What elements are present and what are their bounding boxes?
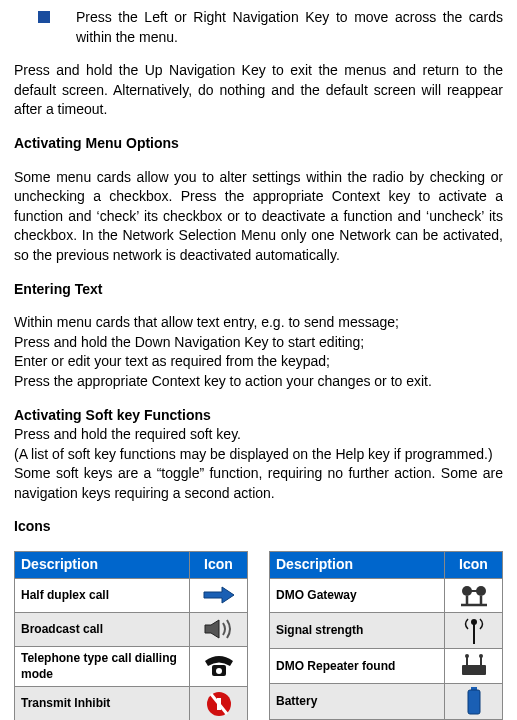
svg-point-12 — [479, 654, 483, 658]
paragraph-softkey-1: Press and hold the required soft key. — [14, 425, 503, 445]
svg-rect-14 — [468, 690, 480, 714]
heading-entering-text: Entering Text — [14, 280, 503, 300]
paragraph-softkey-2: (A list of soft key functions may be dis… — [14, 445, 503, 465]
icon-description: DMO Repeater found — [270, 649, 445, 684]
heading-softkey: Activating Soft key Functions — [14, 406, 503, 426]
bullet-icon — [38, 11, 50, 23]
svg-rect-10 — [462, 665, 486, 675]
telephone-icon — [190, 646, 248, 687]
antenna-icon — [445, 613, 503, 649]
paragraph-text-2: Press and hold the Down Navigation Key t… — [14, 333, 503, 353]
icon-description: Battery — [270, 683, 445, 719]
heading-activating-menu: Activating Menu Options — [14, 134, 503, 154]
icon-description: Transmit Inhibit — [15, 687, 190, 720]
paragraph-text-4: Press the appropriate Context key to act… — [14, 372, 503, 392]
no-transmit-icon — [190, 687, 248, 720]
table-row: Broadcast call — [15, 612, 248, 646]
battery-icon — [445, 683, 503, 719]
col-description: Description — [270, 552, 445, 579]
svg-point-11 — [465, 654, 469, 658]
col-icon: Icon — [445, 552, 503, 579]
icons-table-right: Description Icon DMO GatewaySignal stren… — [269, 551, 503, 720]
bullet-text: Press the Left or Right Navigation Key t… — [76, 8, 503, 47]
repeater-icon — [445, 649, 503, 684]
svg-point-9 — [471, 619, 477, 625]
arrow-right-icon — [190, 578, 248, 612]
icon-description: DMO Gateway — [270, 578, 445, 613]
icon-description: Signal strength — [270, 613, 445, 649]
paragraph-text-3: Enter or edit your text as required from… — [14, 352, 503, 372]
paragraph-text-1: Within menu cards that allow text entry,… — [14, 313, 503, 333]
svg-point-8 — [476, 586, 486, 596]
paragraph-checkbox: Some menu cards allow you to alter setti… — [14, 168, 503, 266]
table-row: Signal strength — [270, 613, 503, 649]
svg-point-1 — [216, 668, 222, 674]
table-row: DMO Repeater found — [270, 649, 503, 684]
speaker-icon — [190, 612, 248, 646]
table-row: Transmit Inhibit — [15, 687, 248, 720]
table-row: Battery — [270, 683, 503, 719]
icon-description: Half duplex call — [15, 578, 190, 612]
col-description: Description — [15, 552, 190, 579]
icon-description: Broadcast call — [15, 612, 190, 646]
heading-icons: Icons — [14, 517, 503, 537]
left-rows: Half duplex callBroadcast callTelephone … — [15, 578, 248, 720]
table-row: Half duplex call — [15, 578, 248, 612]
icons-tables: Description Icon Half duplex callBroadca… — [14, 551, 503, 720]
paragraph-exit-menus: Press and hold the Up Navigation Key to … — [14, 61, 503, 120]
paragraph-softkey-3: Some soft keys are a “toggle” function, … — [14, 464, 503, 503]
bullet-item: Press the Left or Right Navigation Key t… — [14, 8, 503, 47]
icon-description: Telephone type call dialling mode — [15, 646, 190, 687]
col-icon: Icon — [190, 552, 248, 579]
table-row: Telephone type call dialling mode — [15, 646, 248, 687]
right-rows: DMO GatewaySignal strengthDMO Repeater f… — [270, 578, 503, 720]
svg-point-7 — [462, 586, 472, 596]
table-row: DMO Gateway — [270, 578, 503, 613]
icons-table-left: Description Icon Half duplex callBroadca… — [14, 551, 248, 720]
gateway-icon — [445, 578, 503, 613]
